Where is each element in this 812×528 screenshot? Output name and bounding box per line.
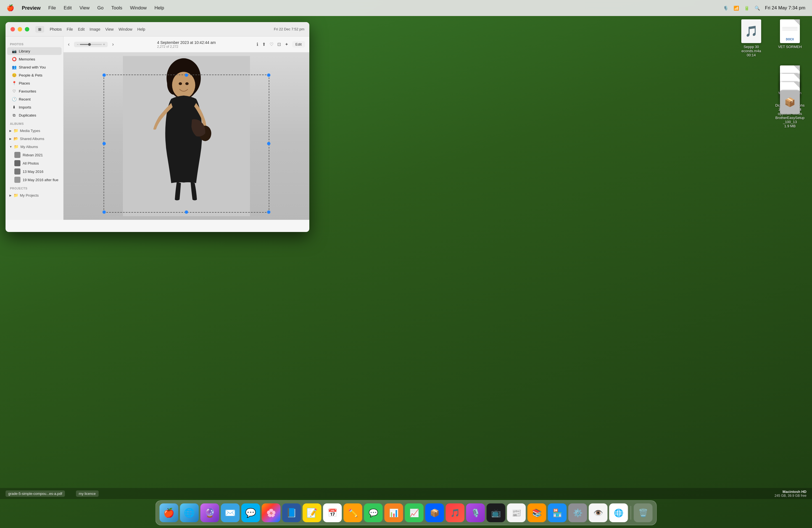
crop-handle-bottom-left[interactable] bbox=[102, 210, 106, 214]
sidebar-item-library[interactable]: 📷 Library bbox=[7, 47, 62, 55]
crop-handle-top-center[interactable] bbox=[185, 73, 188, 77]
prev-photo-button[interactable]: ‹ bbox=[68, 41, 70, 47]
sidebar-item-memories[interactable]: ⭕ Memories bbox=[7, 55, 62, 63]
dock-word[interactable]: 📘 bbox=[282, 503, 301, 522]
dock-keynote[interactable]: 📊 bbox=[385, 503, 403, 522]
sidebar-duplicates-label: Duplicates bbox=[19, 113, 36, 117]
enhance-button[interactable]: ✦ bbox=[285, 42, 288, 47]
my-projects-icon: 📁 bbox=[13, 193, 18, 198]
zoom-minus-button[interactable]: − bbox=[77, 43, 79, 46]
menubar-help[interactable]: Help bbox=[155, 5, 164, 11]
dock-skype[interactable]: 💬 bbox=[242, 503, 260, 522]
photos-menu-photos[interactable]: Photos bbox=[50, 27, 62, 31]
sidebar-item-duplicates[interactable]: ⧉ Duplicates bbox=[7, 111, 62, 119]
dock-books[interactable]: 📚 bbox=[527, 503, 546, 522]
dock-calendar[interactable]: 📅 bbox=[323, 503, 342, 522]
apple-menu-icon[interactable]: 🍎 bbox=[6, 4, 14, 12]
sidebar-my-projects-toggle[interactable]: ▶ 📁 My Projects bbox=[6, 191, 62, 199]
chevron-right-icon: ▶ bbox=[10, 129, 12, 132]
edit-button[interactable]: Edit bbox=[292, 41, 305, 47]
next-photo-button[interactable]: › bbox=[112, 41, 114, 47]
sidebar-item-favourites[interactable]: ♡ Favourites bbox=[7, 87, 62, 95]
library-icon: 📷 bbox=[12, 48, 17, 54]
sidebar-item-people-pets[interactable]: 😊 People & Pets bbox=[7, 71, 62, 79]
system-menubar: 🍎 Preview File Edit View Go Tools Window… bbox=[0, 0, 812, 16]
dock-safari[interactable]: 🌐 bbox=[180, 503, 199, 522]
dock-dropbox[interactable]: 📦 bbox=[425, 503, 444, 522]
photos-menu-view[interactable]: View bbox=[105, 27, 114, 31]
dock-numbers[interactable]: 📈 bbox=[405, 503, 424, 522]
minimize-button[interactable] bbox=[18, 27, 22, 31]
menubar-edit[interactable]: Edit bbox=[63, 5, 72, 11]
crop-handle-middle-right[interactable] bbox=[267, 142, 271, 145]
menubar-view[interactable]: View bbox=[79, 5, 90, 11]
dock-freeform[interactable]: ✏️ bbox=[344, 503, 362, 522]
dock-notes[interactable]: 📝 bbox=[303, 503, 321, 522]
dock-appletv[interactable]: 📺 bbox=[487, 503, 505, 522]
dock-chrome[interactable]: 🌐 bbox=[609, 503, 628, 522]
desktop-icon-brother[interactable]: 📦 BrotherEasySetup_100_131.9 MB bbox=[773, 90, 807, 128]
menubar-go[interactable]: Go bbox=[97, 5, 104, 11]
crop-handle-bottom-right[interactable] bbox=[267, 210, 271, 214]
desktop-icon-seppp[interactable]: 🎵 Seppp 30econds.m4a00:14 bbox=[735, 19, 768, 57]
dock-photos[interactable]: 🌸 bbox=[262, 503, 280, 522]
menubar-tools[interactable]: Tools bbox=[111, 5, 122, 11]
places-icon: 📍 bbox=[12, 80, 17, 86]
dock-messages[interactable]: 💬 bbox=[364, 503, 383, 522]
sidebar-shared-albums-toggle[interactable]: ▶ 📂 Shared Albums bbox=[6, 135, 62, 143]
dock-preview[interactable]: 👁️ bbox=[589, 503, 608, 522]
imports-icon: ⬇ bbox=[12, 105, 17, 109]
crop-handle-top-left[interactable] bbox=[102, 73, 106, 77]
sidebar-album-all-photos[interactable]: All Photos bbox=[5, 159, 63, 167]
menubar-file[interactable]: File bbox=[48, 5, 56, 11]
menubar-window[interactable]: Window bbox=[130, 5, 147, 11]
crop-handle-top-right[interactable] bbox=[267, 73, 271, 77]
sidebar-album-19-may[interactable]: 19 May 2016 after flue bbox=[5, 176, 63, 184]
maximize-button[interactable] bbox=[25, 27, 29, 31]
desktop-icon-vet-sormeh[interactable]: DOCX VET SORMEH bbox=[773, 19, 807, 57]
crop-rotate-button[interactable]: ⊡ bbox=[277, 42, 281, 47]
dock-trash[interactable]: 🗑️ bbox=[634, 503, 653, 522]
sidebar-shared-with-you-label: Shared with You bbox=[19, 65, 46, 69]
close-button[interactable] bbox=[11, 27, 15, 31]
recent-file-grade[interactable]: grade-5-simple-compou...es-a.pdf bbox=[5, 490, 65, 497]
photos-menu-edit[interactable]: Edit bbox=[78, 27, 85, 31]
photos-titlebar: ⊞ Photos File Edit Image View Window Hel… bbox=[5, 22, 309, 36]
sidebar-album-13-may[interactable]: 13 May 2016 bbox=[5, 167, 63, 176]
photos-menu-file[interactable]: File bbox=[67, 27, 73, 31]
desktop-icon-label: Seppp 30econds.m4a00:14 bbox=[742, 45, 761, 57]
sidebar-projects-section: Projects bbox=[5, 184, 63, 191]
sidebar-item-shared-with-you[interactable]: 👥 Shared with You bbox=[7, 63, 62, 71]
sidebar-my-albums-toggle[interactable]: ▼ 📁 My Albums bbox=[6, 143, 62, 150]
photos-menu-window[interactable]: Window bbox=[118, 27, 132, 31]
favourite-button[interactable]: ♡ bbox=[270, 42, 273, 47]
photos-menu-image[interactable]: Image bbox=[89, 27, 100, 31]
dock-finder[interactable]: 🍎 bbox=[160, 503, 178, 522]
battery-icon: 🔋 bbox=[744, 5, 750, 11]
sidebar-item-places[interactable]: 📍 Places bbox=[7, 79, 62, 87]
photos-menu-help[interactable]: Help bbox=[137, 27, 145, 31]
active-app-name[interactable]: Preview bbox=[22, 5, 41, 11]
crop-handle-middle-left[interactable] bbox=[102, 142, 106, 145]
info-button[interactable]: ℹ bbox=[257, 42, 258, 47]
dock-podcasts[interactable]: 🎙️ bbox=[466, 503, 485, 522]
sidebar-album-all-photos-label: All Photos bbox=[23, 161, 39, 165]
dock-appstore[interactable]: 🏪 bbox=[548, 503, 567, 522]
dock-siri[interactable]: 🔮 bbox=[201, 503, 219, 522]
zoom-slider[interactable] bbox=[80, 44, 102, 45]
share-button[interactable]: ⬆ bbox=[262, 42, 266, 47]
recent-file-licence[interactable]: my licence bbox=[76, 490, 98, 497]
dock-system-prefs[interactable]: ⚙️ bbox=[568, 503, 587, 522]
photo-header: ‹ − + › 4 September 2023 at 10:42:44 am … bbox=[63, 36, 309, 53]
dock-news[interactable]: 📰 bbox=[507, 503, 526, 522]
search-menubar-icon[interactable]: 🔍 bbox=[755, 5, 760, 11]
sidebar-album-ridvan[interactable]: Ridvan 2021 bbox=[5, 151, 63, 159]
dock-music[interactable]: 🎵 bbox=[446, 503, 465, 522]
crop-handle-bottom-center[interactable] bbox=[185, 210, 188, 214]
zoom-plus-button[interactable]: + bbox=[103, 43, 105, 46]
sidebar-media-types-toggle[interactable]: ▶ 📁 Media Types bbox=[6, 127, 62, 134]
dock-mail[interactable]: ✉️ bbox=[221, 503, 240, 522]
sidebar-item-imports[interactable]: ⬇ Imports bbox=[7, 103, 62, 111]
sidebar-item-recent[interactable]: 🕐 Recent bbox=[7, 95, 62, 103]
sidebar-toggle[interactable]: ⊞ bbox=[35, 26, 44, 33]
